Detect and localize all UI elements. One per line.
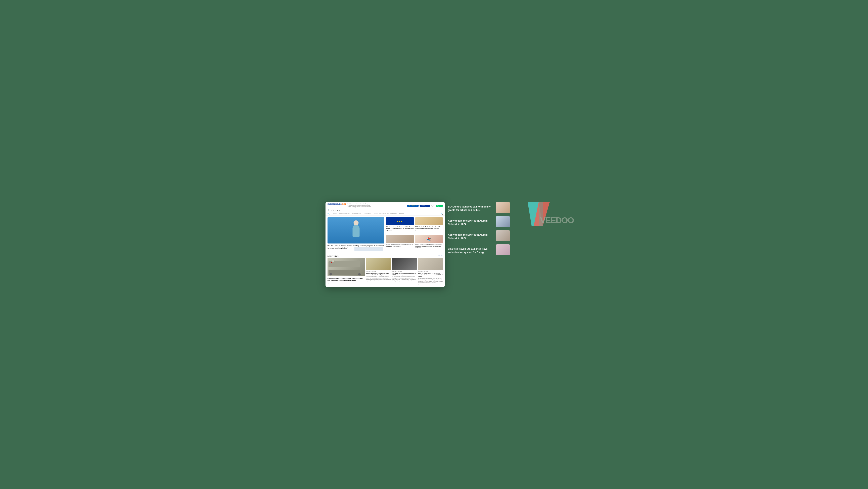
- veedoo-branding: VEEDOO: [510, 202, 558, 228]
- worker-image: [415, 218, 443, 225]
- sidebar-item-2-text: DECEMBER 20, 2023 Apply to join the EU4Y…: [448, 216, 494, 226]
- hero-card-2-arrow: →: [415, 230, 443, 231]
- school-date: JANUARY 22, 2024: [366, 271, 391, 272]
- language-selector[interactable]: English: [431, 205, 435, 206]
- social-icons: f 𝕏 ◻ ▶ in: [331, 209, 340, 211]
- school-image: [366, 258, 391, 270]
- books-image: 📚: [415, 235, 443, 243]
- sidebar-title-3: Apply to join the EU4Youth Alumni Networ…: [448, 233, 494, 240]
- hero-card-row-2: Georgia: Grant opportunity for small bus…: [386, 235, 443, 252]
- hero-image: [328, 218, 384, 243]
- group-image: [418, 258, 443, 270]
- memorial-image: [392, 258, 417, 270]
- sidebar-item-2[interactable]: DECEMBER 20, 2023 Apply to join the EU4Y…: [448, 216, 510, 227]
- azerbaijan-date: JANUARY 22, 2024: [392, 271, 417, 272]
- website-mockup: EU NEIGHBOURSEAST The latest news and in…: [326, 202, 445, 287]
- youth2-photo: [496, 230, 510, 241]
- visa-photo: [496, 244, 510, 255]
- armored-car-photo: +: [328, 258, 365, 276]
- sidebar-img-1: [496, 202, 510, 213]
- nav-item-eu-projects[interactable]: EU PROJECTS: [352, 213, 361, 214]
- sidebar-img-3: [496, 230, 510, 241]
- youth-photo: [496, 216, 510, 227]
- main-navigation: 🔍 NEWS OPPORTUNITIES EU PROJECTS COUNTRI…: [326, 212, 445, 216]
- sidebar-date-2: DECEMBER 20, 2023: [448, 216, 494, 218]
- twitter-icon[interactable]: 𝕏: [333, 209, 334, 211]
- hate-speech-date: JANUARY 22, 2024: [418, 271, 443, 272]
- hate-speech-excerpt: Young European Ambassadors (YEAs) took p…: [418, 278, 443, 284]
- veedoo-logo: VEEDOO: [528, 202, 558, 226]
- hero-card-3-text: Georgia: Grant opportunity for small bus…: [386, 244, 414, 247]
- hero-card-2[interactable]: EU Civil Protection Mechanism: More than…: [415, 218, 443, 234]
- linkedin-icon[interactable]: in: [339, 209, 340, 211]
- site-tagline: The latest news and information on the E…: [348, 203, 372, 208]
- latest-news-header: LATEST NEWS SEE ALL: [328, 254, 443, 257]
- site-logo[interactable]: EU NEIGHBOURSEAST: [328, 203, 346, 205]
- enlargement-badge[interactable]: EUEnlargement: [420, 205, 430, 207]
- header-badges: StandWithUkraine EUEnlargement English S…: [407, 205, 443, 207]
- instagram-icon[interactable]: ◻: [335, 209, 336, 211]
- hero-card-2-image: [415, 218, 443, 225]
- sidebar-img-4: [496, 244, 510, 255]
- hero-card-1-image: ★★★: [386, 218, 414, 225]
- school-arrow: →: [366, 282, 391, 284]
- sidebar-item-1[interactable]: DECEMBER 14, 2023 EU4Culture launches ca…: [448, 202, 510, 213]
- memorial-photo: [392, 258, 417, 270]
- school-title: Ukraine: EU-funded U-LEAD programme rest…: [366, 272, 391, 276]
- latest-news-title: LATEST NEWS: [328, 255, 339, 257]
- hate-speech-title: Block the hatred, share the love: YEAs l…: [418, 272, 443, 278]
- azerbaijan-title: Azerbaijan: EU commemorates victims of 1…: [392, 272, 417, 276]
- news-item-school[interactable]: JANUARY 22, 2024 Ukraine: EU-funded U-LE…: [366, 258, 391, 285]
- right-sidebar: DECEMBER 14, 2023 EU4Culture launches ca…: [445, 202, 510, 255]
- nav-item-opportunities[interactable]: OPPORTUNITIES: [339, 213, 350, 214]
- ukraine-badge[interactable]: StandWithUkraine: [407, 205, 419, 207]
- sidebar-item-4-text: APRIL 19, 2023 Visa-free travel: EU laun…: [448, 244, 494, 254]
- hero-card-3[interactable]: Georgia: Grant opportunity for small bus…: [386, 235, 414, 252]
- hero-card-2-text: EU Civil Protection Mechanism: More than…: [415, 226, 443, 229]
- school-excerpt: The school in Novyi Bykiv in the Chernih…: [366, 276, 391, 282]
- nav-item-topics[interactable]: TOPICS: [399, 213, 404, 214]
- hero-card-4-image: 📚: [415, 235, 443, 243]
- signup-button[interactable]: Sign up: [436, 205, 443, 207]
- nav-item-news[interactable]: NEWS: [333, 213, 337, 214]
- header-top: EU NEIGHBOURSEAST The latest news and in…: [328, 203, 443, 208]
- sidebar-date-3: DECEMBER 20, 2023: [448, 230, 494, 232]
- latest-news-grid: + EU Civil Protection Mechanism: Spain d…: [328, 258, 443, 285]
- armored-image: +: [328, 258, 365, 276]
- sidebar-item-4[interactable]: APRIL 19, 2023 Visa-free travel: EU laun…: [448, 244, 510, 255]
- hero-main-article[interactable]: Von der Leyen at Davos: 'Russia is faili…: [328, 218, 384, 252]
- site-header: EU NEIGHBOURSEAST The latest news and in…: [326, 202, 445, 212]
- nav-item-young-ambassadors[interactable]: YOUNG EUROPEAN AMBASSADORS: [374, 213, 397, 214]
- hero-card-1[interactable]: ★★★ EU on Belarusian political prisoner …: [386, 218, 414, 234]
- nav-search-icon[interactable]: 🔍: [328, 213, 330, 215]
- building-photo: [366, 258, 391, 270]
- see-all-button[interactable]: SEE ALL: [438, 255, 443, 257]
- sidebar-date-1: DECEMBER 14, 2023: [448, 202, 494, 204]
- sidebar-title-4: Visa-free travel: EU launches travel aut…: [448, 247, 494, 254]
- hero-section: Von der Leyen at Davos: 'Russia is faili…: [328, 218, 443, 252]
- sidebar-item-3[interactable]: DECEMBER 20, 2023 Apply to join the EU4Y…: [448, 230, 510, 241]
- sidebar-title-2: Apply to join the EU4Youth Alumni Networ…: [448, 219, 494, 226]
- hero-card-3-image: [386, 235, 414, 243]
- azerbaijan-excerpt: On 20 January, the European Union Ambass…: [392, 276, 417, 282]
- shopping-image: [386, 235, 414, 243]
- search-icon[interactable]: 🔍: [328, 209, 330, 211]
- group-photo: [418, 258, 443, 270]
- nav-item-countries[interactable]: COUNTRIES: [364, 213, 371, 214]
- news-item-azerbaijan[interactable]: JANUARY 22, 2024 Azerbaijan: EU commemor…: [392, 258, 417, 285]
- armored-arrow: →: [328, 283, 365, 284]
- youtube-icon[interactable]: ▶: [337, 209, 338, 211]
- nav-search-icon-right[interactable]: 🔍: [441, 213, 443, 215]
- facebook-icon[interactable]: f: [331, 209, 332, 211]
- hero-card-4[interactable]: 📚 Creative Europe: up to €300,000 fundin…: [415, 235, 443, 252]
- news-item-hate-speech[interactable]: JANUARY 22, 2024 Block the hatred, share…: [418, 258, 443, 285]
- news-item-armored[interactable]: + EU Civil Protection Mechanism: Spain d…: [328, 258, 365, 285]
- eu-stars: ★★★: [397, 220, 403, 223]
- main-content: Von der Leyen at Davos: 'Russia is faili…: [326, 216, 445, 287]
- hero-card-1-arrow: →: [386, 231, 414, 233]
- sidebar-date-4: APRIL 19, 2023: [448, 244, 494, 246]
- eu-flag-image: ★★★: [386, 218, 414, 225]
- hero-card-1-text: EU on Belarusian political prisoner Vadz…: [386, 226, 414, 231]
- armored-title: EU Civil Protection Mechanism: Spain don…: [328, 277, 365, 282]
- hero-card-row-1: ★★★ EU on Belarusian political prisoner …: [386, 218, 443, 234]
